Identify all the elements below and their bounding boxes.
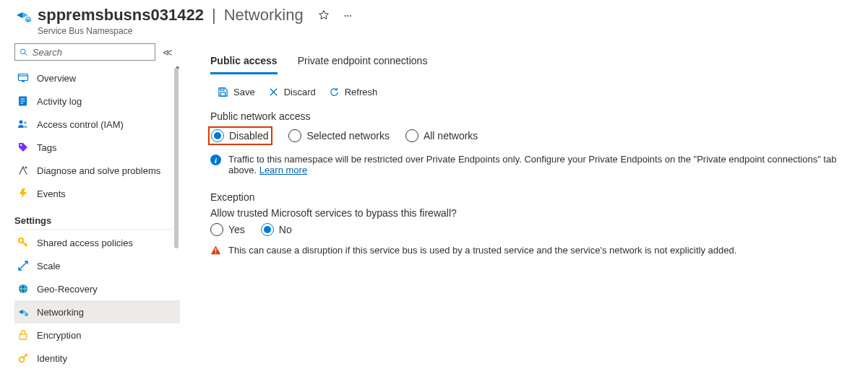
- radio-yes[interactable]: Yes: [210, 223, 245, 236]
- sidebar-item-shared-access-policies[interactable]: Shared access policies: [14, 231, 180, 254]
- warning-text: This can cause a disruption if this serv…: [228, 245, 736, 256]
- radio-icon: [288, 129, 301, 142]
- exception-heading: Exception: [210, 191, 854, 203]
- globe-icon: [17, 283, 29, 295]
- favorite-star-icon[interactable]: [318, 9, 330, 21]
- page-section-title: Networking: [224, 6, 304, 25]
- sidebar-item-diagnose[interactable]: Diagnose and solve problems: [14, 159, 180, 182]
- sidebar-search-input[interactable]: [14, 43, 155, 61]
- activity-log-icon: [17, 95, 29, 107]
- radio-disabled[interactable]: Disabled: [211, 129, 268, 142]
- svg-rect-27: [215, 248, 217, 251]
- refresh-button[interactable]: Refresh: [329, 87, 378, 97]
- sidebar-item-tags[interactable]: Tags: [14, 136, 180, 159]
- warning-icon: [210, 245, 221, 256]
- key-icon: [17, 237, 29, 248]
- tab-public-access[interactable]: Public access: [210, 49, 278, 74]
- radio-icon: [210, 223, 223, 236]
- lock-icon: [17, 329, 29, 341]
- overview-icon: [17, 72, 29, 84]
- sidebar-item-networking[interactable]: Networking: [14, 300, 180, 323]
- info-icon: i: [210, 155, 221, 165]
- radio-selected-networks[interactable]: Selected networks: [288, 129, 389, 142]
- iam-icon: [17, 118, 29, 130]
- svg-rect-23: [220, 88, 224, 90]
- svg-rect-3: [19, 74, 28, 81]
- radio-icon: [211, 129, 224, 142]
- events-icon: [17, 188, 29, 199]
- radio-no[interactable]: No: [261, 223, 292, 236]
- sidebar-item-events[interactable]: Events: [14, 182, 180, 205]
- identity-icon: [17, 352, 29, 364]
- sidebar-item-identity[interactable]: Identity: [14, 347, 180, 370]
- svg-point-10: [20, 121, 23, 124]
- sidebar-item-scale[interactable]: Scale: [14, 254, 180, 277]
- collapse-sidebar-icon[interactable]: ≪: [163, 47, 173, 58]
- networking-icon: [17, 306, 29, 318]
- svg-point-0: [25, 17, 31, 22]
- sidebar-group-settings: Settings: [14, 205, 173, 230]
- svg-point-12: [20, 144, 22, 146]
- radio-all-networks[interactable]: All networks: [405, 129, 478, 142]
- sidebar-item-access-control[interactable]: Access control (IAM): [14, 113, 180, 136]
- svg-rect-28: [215, 252, 217, 253]
- radio-icon: [405, 129, 418, 142]
- svg-rect-24: [220, 92, 225, 96]
- public-network-access-heading: Public network access: [210, 110, 854, 122]
- learn-more-link[interactable]: Learn more: [259, 165, 307, 175]
- sidebar-item-geo-recovery[interactable]: Geo-Recovery: [14, 277, 180, 300]
- disabled-highlight: Disabled: [208, 126, 272, 145]
- sidebar-scrollbar[interactable]: [174, 66, 180, 374]
- discard-icon: [268, 87, 279, 97]
- svg-point-13: [25, 167, 27, 169]
- svg-point-11: [24, 121, 27, 124]
- svg-line-16: [25, 243, 27, 245]
- svg-line-2: [25, 53, 27, 55]
- svg-rect-21: [20, 334, 27, 339]
- service-bus-icon: [14, 6, 32, 24]
- svg-point-20: [25, 313, 28, 316]
- search-icon: [20, 48, 28, 57]
- sidebar-item-encryption[interactable]: Encryption: [14, 323, 180, 347]
- tab-private-endpoint[interactable]: Private endpoint connections: [298, 49, 428, 74]
- resource-type-label: Service Bus Namespace: [38, 26, 854, 36]
- save-button[interactable]: Save: [218, 87, 255, 97]
- more-actions-icon[interactable]: ···: [344, 10, 352, 21]
- discard-button[interactable]: Discard: [268, 87, 316, 97]
- tags-icon: [17, 142, 29, 153]
- radio-icon: [261, 223, 274, 236]
- svg-point-22: [20, 357, 25, 362]
- sidebar-item-activity-log[interactable]: Activity log: [14, 90, 180, 113]
- diagnose-icon: [17, 165, 29, 176]
- scale-icon: [17, 260, 29, 271]
- info-text: Traffic to this namespace will be restri…: [228, 154, 854, 175]
- svg-point-1: [20, 49, 25, 54]
- namespace-title: sppremsbusns031422: [38, 6, 204, 25]
- sidebar-item-overview[interactable]: Overview: [14, 66, 180, 90]
- refresh-icon: [329, 87, 340, 97]
- save-icon: [218, 87, 228, 97]
- svg-rect-5: [22, 81, 25, 82]
- exception-question: Allow trusted Microsoft services to bypa…: [210, 207, 854, 219]
